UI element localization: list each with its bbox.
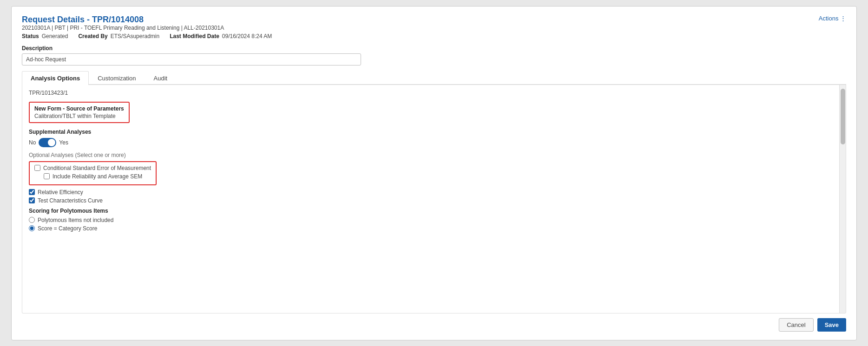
tab-customization[interactable]: Customization [89, 71, 145, 85]
csem-highlighted-box: Conditional Standard Error of Measuremen… [29, 161, 157, 185]
reliability-checkbox[interactable] [44, 173, 50, 179]
scoring-title: Scoring for Polytomous Items [29, 208, 831, 214]
scrollbar[interactable] [839, 85, 846, 313]
tab-analysis-options[interactable]: Analysis Options [22, 71, 89, 85]
csem-row: Conditional Standard Error of Measuremen… [34, 165, 151, 171]
csem-checkbox[interactable] [34, 165, 40, 171]
relative-efficiency-label: Relative Efficiency [38, 189, 83, 196]
tcc-checkbox[interactable] [29, 197, 35, 203]
status-value: Generated [42, 33, 68, 39]
page-subtitle: 20210301A | PBT | PRI - TOEFL Primary Re… [22, 25, 279, 31]
created-by-value: ETS/SAsuperadmin [111, 33, 159, 39]
optional-analyses-subtitle: (Select one or more) [75, 152, 125, 158]
description-input[interactable] [22, 53, 361, 65]
last-modified-value: 09/16/2024 8:24 AM [222, 33, 272, 39]
scrollbar-thumb [841, 89, 845, 144]
content-area: TPR/1013423/1 New Form - Source of Param… [22, 85, 846, 313]
not-included-label: Polytomous Items not included [38, 217, 113, 223]
created-by-label: Created By [78, 33, 107, 39]
category-score-row: Score = Category Score [29, 225, 831, 232]
supplemental-title: Supplemental Analyses [29, 129, 831, 135]
csem-label: Conditional Standard Error of Measuremen… [43, 165, 151, 171]
tpr-id: TPR/1013423/1 [29, 90, 831, 96]
reliability-label: Include Reliability and Average SEM [53, 173, 142, 180]
reliability-row: Include Reliability and Average SEM [44, 173, 151, 180]
relative-efficiency-checkbox[interactable] [29, 189, 35, 195]
supplemental-analyses-section: Supplemental Analyses No Yes [29, 129, 831, 147]
toggle-yes-label: Yes [59, 139, 68, 146]
tcc-row: Test Characteristics Curve [29, 197, 831, 204]
optional-analyses-section: Optional Analyses (Select one or more) C… [29, 152, 831, 204]
not-included-row: Polytomous Items not included [29, 217, 831, 223]
toggle-row: No Yes [29, 138, 831, 147]
not-included-radio[interactable] [29, 217, 35, 223]
status-label: Status [22, 33, 39, 39]
relative-efficiency-row: Relative Efficiency [29, 189, 831, 196]
supplemental-toggle[interactable] [39, 138, 56, 147]
last-modified-label: Last Modified Date [170, 33, 219, 39]
tcc-label: Test Characteristics Curve [38, 197, 103, 204]
new-form-title: New Form - Source of Parameters [34, 105, 124, 112]
category-score-radio[interactable] [29, 225, 35, 231]
scoring-section: Scoring for Polytomous Items Polytomous … [29, 208, 831, 232]
description-label: Description [22, 45, 846, 52]
cancel-button[interactable]: Cancel [779, 318, 813, 332]
category-score-label: Score = Category Score [38, 225, 97, 232]
footer-buttons: Cancel Save [22, 318, 846, 332]
toggle-no-label: No [29, 139, 36, 146]
tabs-bar: Analysis Options Customization Audit [22, 70, 846, 85]
tab-audit[interactable]: Audit [145, 71, 177, 85]
optional-analyses-title: Optional Analyses (Select one or more) [29, 152, 831, 158]
actions-button[interactable]: Actions ⋮ [819, 15, 846, 22]
save-button[interactable]: Save [817, 318, 846, 332]
page-title: Request Details - TPR/1014008 [22, 15, 279, 25]
new-form-value: Calibration/TBLT within Template [34, 113, 124, 119]
content-scroll: TPR/1013423/1 New Form - Source of Param… [22, 85, 839, 313]
new-form-section-box: New Form - Source of Parameters Calibrat… [29, 102, 130, 123]
